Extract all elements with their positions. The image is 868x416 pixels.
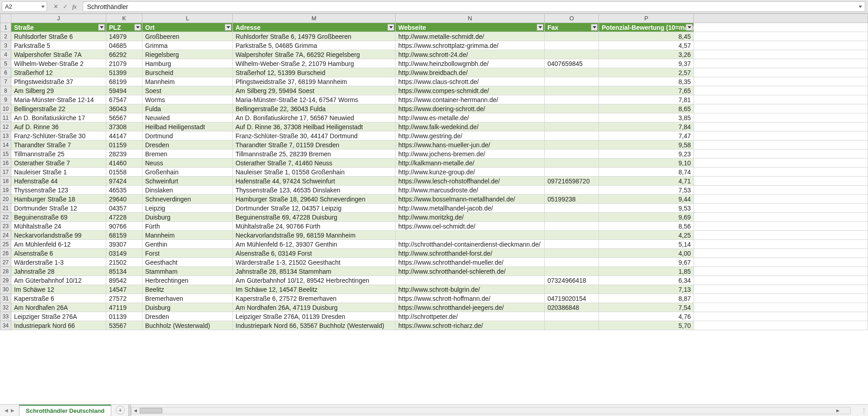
empty-cell[interactable] bbox=[694, 276, 868, 285]
cell[interactable] bbox=[545, 131, 599, 140]
cell[interactable] bbox=[545, 122, 599, 131]
cell[interactable]: Worms bbox=[142, 95, 233, 104]
cell[interactable]: 04357 bbox=[106, 204, 142, 213]
cell[interactable]: Stammham bbox=[142, 267, 233, 276]
cell[interactable]: Geesthacht bbox=[142, 258, 233, 267]
cell[interactable]: Genthin bbox=[142, 240, 233, 249]
cell[interactable]: https://www.container-herrmann.de/ bbox=[396, 95, 545, 104]
row-header[interactable]: 26 bbox=[0, 249, 11, 258]
cell[interactable]: Tharandter Straße 7 bbox=[11, 140, 106, 150]
empty-cell[interactable] bbox=[694, 104, 868, 113]
cell[interactable]: Wilhelm-Weber-Straße 2, 21079 Hamburg bbox=[233, 59, 396, 68]
cell[interactable]: 47119 bbox=[106, 303, 142, 312]
cell[interactable]: http://www.moritzkg.de/ bbox=[396, 213, 545, 222]
cell[interactable]: 5,70 bbox=[599, 321, 694, 330]
empty-cell[interactable] bbox=[694, 95, 868, 104]
cell[interactable]: Franz-Schlüter-Straße 30, 44147 Dortmund bbox=[233, 131, 396, 140]
cell[interactable]: 0407659845 bbox=[545, 59, 599, 68]
cell[interactable]: Straßerhof 12 bbox=[11, 68, 106, 77]
cell[interactable]: Osterather Straße 7, 41460 Neuss bbox=[233, 159, 396, 168]
filter-header-cell[interactable]: Webseite bbox=[396, 23, 545, 32]
scroll-right-icon[interactable]: ▶ bbox=[834, 407, 841, 414]
filter-header-cell[interactable]: Fax bbox=[545, 23, 599, 32]
cell[interactable]: Walpershofer Straße 7A, 66292 Riegelsber… bbox=[233, 50, 396, 59]
cell[interactable]: Nauleiser Straße 1 bbox=[11, 168, 106, 177]
column-header[interactable]: M bbox=[233, 14, 396, 23]
cell[interactable]: Forst bbox=[142, 249, 233, 258]
cell[interactable]: Herbrechtingen bbox=[142, 276, 233, 285]
cell[interactable]: Thyssenstraße 123 bbox=[11, 186, 106, 195]
cell[interactable]: 28239 bbox=[106, 150, 142, 159]
cell[interactable]: 4,00 bbox=[599, 249, 694, 258]
row-header[interactable]: 27 bbox=[0, 258, 11, 267]
cell[interactable] bbox=[545, 168, 599, 177]
filter-button[interactable] bbox=[134, 24, 141, 31]
cell[interactable] bbox=[545, 140, 599, 150]
cell[interactable]: 90766 bbox=[106, 222, 142, 231]
cell[interactable]: 46535 bbox=[106, 186, 142, 195]
cell[interactable]: 9,67 bbox=[599, 258, 694, 267]
cell[interactable]: 04719020154 bbox=[545, 294, 599, 303]
cell[interactable]: Pfingstweidstraße 37, 68199 Mannheim bbox=[233, 77, 396, 86]
cell[interactable]: 8,87 bbox=[599, 294, 694, 303]
cell[interactable]: http://www.metallhandel-jacob.de/ bbox=[396, 204, 545, 213]
cell[interactable]: 4,57 bbox=[599, 41, 694, 50]
cell[interactable]: Mannheim bbox=[142, 231, 233, 240]
cell[interactable]: Neckarvorlandstraße 99, 68159 Mannheim bbox=[233, 231, 396, 240]
cell[interactable]: Bremerhaven bbox=[142, 294, 233, 303]
cell[interactable] bbox=[545, 186, 599, 195]
filter-header-cell[interactable]: Potenzial-Bewertung (10=max) bbox=[599, 23, 694, 32]
row-header[interactable]: 24 bbox=[0, 231, 11, 240]
empty-cell[interactable] bbox=[694, 258, 868, 267]
cell[interactable]: 8,65 bbox=[599, 104, 694, 113]
cell[interactable]: Am Güterbahnhof 10/12, 89542 Herbrechtin… bbox=[233, 276, 396, 285]
cell[interactable]: Tharandter Straße 7, 01159 Dresden bbox=[233, 140, 396, 150]
row-header[interactable]: 19 bbox=[0, 186, 11, 195]
cell[interactable]: 59494 bbox=[106, 86, 142, 95]
cell[interactable] bbox=[545, 267, 599, 276]
cell[interactable]: https://www.claus-schrott.de/ bbox=[396, 77, 545, 86]
cell[interactable]: Alsenstraße 6 bbox=[11, 249, 106, 258]
cell[interactable]: Am Mühlenfeld 6-12, 39307 Genthin bbox=[233, 240, 396, 249]
cell[interactable]: Maria-Münster-Straße 12-14 bbox=[11, 95, 106, 104]
name-box[interactable]: A2 bbox=[2, 1, 47, 12]
filter-button[interactable] bbox=[537, 24, 543, 31]
cell[interactable]: 9,69 bbox=[599, 213, 694, 222]
scroll-left-icon[interactable]: ◀ bbox=[132, 407, 139, 414]
cell[interactable]: Hamburger Straße 18 bbox=[11, 195, 106, 204]
cell[interactable]: http://www.schrott-bulgrin.de/ bbox=[396, 285, 545, 294]
cell[interactable]: http://www.kunze-group.de/ bbox=[396, 168, 545, 177]
column-header[interactable]: J bbox=[11, 14, 106, 23]
cell[interactable]: Jahnstraße 28, 85134 Stammham bbox=[233, 267, 396, 276]
cell[interactable]: 9,10 bbox=[599, 159, 694, 168]
cell[interactable]: 68199 bbox=[106, 77, 142, 86]
empty-cell[interactable] bbox=[694, 113, 868, 122]
cell[interactable]: Alsenstraße 6, 03149 Forst bbox=[233, 249, 396, 258]
cell[interactable]: Straßerhof 12, 51399 Burscheid bbox=[233, 68, 396, 77]
row-header[interactable]: 6 bbox=[0, 68, 11, 77]
cell[interactable]: 56567 bbox=[106, 113, 142, 122]
cancel-icon[interactable]: ✕ bbox=[53, 3, 58, 10]
cell[interactable] bbox=[545, 95, 599, 104]
cell[interactable] bbox=[545, 321, 599, 330]
cell[interactable]: Riegelsberg bbox=[142, 50, 233, 59]
cell[interactable]: Wärderstraße 1-3, 21502 Geesthacht bbox=[233, 258, 396, 267]
cell[interactable]: 97424 bbox=[106, 177, 142, 186]
cell[interactable] bbox=[545, 312, 599, 321]
fx-icon[interactable]: fx bbox=[72, 3, 76, 10]
cell[interactable]: 020386848 bbox=[545, 303, 599, 312]
cell[interactable]: Kaperstraße 6 bbox=[11, 294, 106, 303]
cell[interactable] bbox=[545, 204, 599, 213]
cell[interactable]: 51399 bbox=[106, 68, 142, 77]
cell[interactable]: An D. Bonifatiuskirche 17, 56567 Neuwied bbox=[233, 113, 396, 122]
cell[interactable]: Am Nordhafen 26A, 47119 Duisburg bbox=[233, 303, 396, 312]
cell[interactable]: 1,85 bbox=[599, 267, 694, 276]
row-header[interactable]: 33 bbox=[0, 312, 11, 321]
cell[interactable]: Im Schäwe 12 bbox=[11, 285, 106, 294]
cell[interactable] bbox=[545, 113, 599, 122]
cell[interactable]: 8,74 bbox=[599, 168, 694, 177]
cell[interactable]: 14979 bbox=[106, 32, 142, 41]
row-header[interactable]: 29 bbox=[0, 276, 11, 285]
cell[interactable]: Dortmund bbox=[142, 131, 233, 140]
cell[interactable]: 04685 bbox=[106, 41, 142, 50]
